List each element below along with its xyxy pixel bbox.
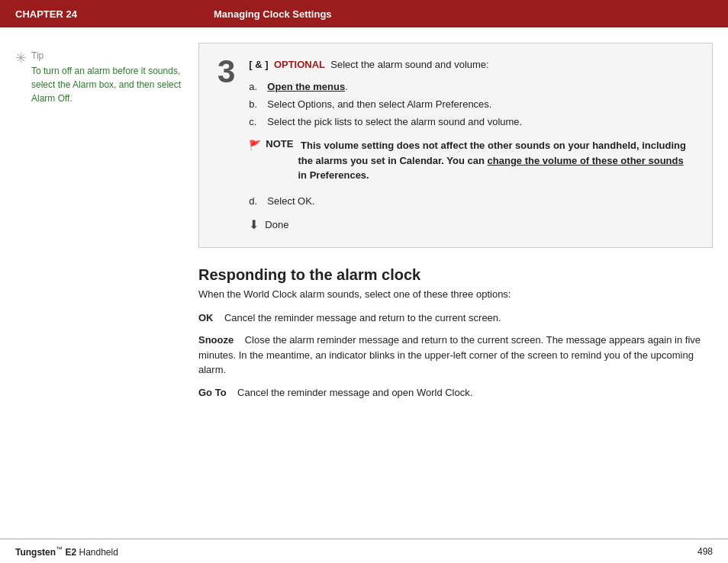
responding-title: Responding to the alarm clock <box>198 266 713 284</box>
step-list-a-c: a. Open the menus. b. Select Options, an… <box>249 81 694 127</box>
done-line: ⬇ Done <box>249 217 694 232</box>
list-text-c: Select the pick lists to select the alar… <box>267 116 522 127</box>
tip-container: ✳ Tip To turn off an alarm before it sou… <box>15 50 183 105</box>
model-name: E2 <box>65 547 76 558</box>
list-item: a. Open the menus. <box>249 81 694 92</box>
optional-word: OPTIONAL <box>274 59 325 70</box>
step-number: 3 <box>217 56 235 88</box>
responding-section: Responding to the alarm clock When the W… <box>198 266 713 423</box>
page-footer: Tungsten™ E2 Handheld 498 <box>0 539 728 563</box>
responding-subtitle: When the World Clock alarm sounds, selec… <box>198 288 713 300</box>
response-item-ok: OK Cancel the reminder message and retur… <box>198 310 713 326</box>
list-text-a: Open the menus. <box>267 81 347 92</box>
response-term-goto: Go To <box>198 387 227 398</box>
list-label-c: c. <box>249 116 261 127</box>
response-term-snooze: Snooze <box>198 334 234 346</box>
done-icon: ⬇ <box>249 217 259 232</box>
page-title: Managing Clock Settings <box>214 8 332 20</box>
tip-text: To turn off an alarm before it sounds, s… <box>31 64 183 105</box>
optional-desc: Select the alarm sound and volume: <box>330 59 488 70</box>
response-item-goto: Go To Cancel the reminder message and op… <box>198 385 713 401</box>
open-menus-link[interactable]: Open the menus <box>267 81 345 92</box>
response-text-ok: Cancel the reminder message and return t… <box>224 312 501 323</box>
tip-asterisk-icon: ✳ <box>15 51 27 65</box>
main-area: 3 [ & ] OPTIONAL Select the alarm sound … <box>198 43 713 423</box>
tip-content: Tip To turn off an alarm before it sound… <box>31 50 183 105</box>
list-item-d: d. Select OK. <box>249 195 694 207</box>
list-text-b: Select Options, and then select Alarm Pr… <box>267 98 491 110</box>
response-text-goto: Cancel the reminder message and open Wor… <box>237 387 472 398</box>
main-content-area: ✳ Tip To turn off an alarm before it sou… <box>0 27 728 423</box>
step-list-d: d. Select OK. <box>249 195 694 207</box>
tip-label: Tip <box>31 50 183 61</box>
response-term-ok: OK <box>198 312 214 323</box>
footer-page-number: 498 <box>697 546 713 557</box>
list-label-b: b. <box>249 98 261 110</box>
list-text-d: Select OK. <box>267 195 314 207</box>
response-item-snooze: Snooze Close the alarm reminder message … <box>198 333 713 378</box>
change-volume-link[interactable]: change the volume of these other sounds <box>488 155 684 166</box>
note-header: 🚩 NOTE This volume setting does not affe… <box>249 138 694 183</box>
note-label: NOTE <box>266 138 293 150</box>
note-box: 🚩 NOTE This volume setting does not affe… <box>249 138 694 183</box>
list-label-a: a. <box>249 81 261 92</box>
optional-bracket: [ & ] <box>249 59 268 70</box>
list-item: b. Select Options, and then select Alarm… <box>249 98 694 110</box>
footer-brand: Tungsten™ E2 Handheld <box>15 545 118 558</box>
page-header: CHAPTER 24 Managing Clock Settings <box>0 0 728 27</box>
step-body: [ & ] OPTIONAL Select the alarm sound an… <box>249 59 694 232</box>
note-bold-text: This volume setting does not affect the … <box>298 138 694 183</box>
list-label-d: d. <box>249 195 261 207</box>
note-icon: 🚩 <box>249 138 261 153</box>
list-item: c. Select the pick lists to select the a… <box>249 116 694 127</box>
response-text-snooze: Close the alarm reminder message and ret… <box>198 334 701 375</box>
trademark-symbol: ™ <box>56 545 63 553</box>
chapter-label: CHAPTER 24 <box>15 8 214 20</box>
step-box: 3 [ & ] OPTIONAL Select the alarm sound … <box>198 43 713 248</box>
brand-name: Tungsten <box>15 547 56 558</box>
done-text: Done <box>265 219 288 230</box>
sidebar: ✳ Tip To turn off an alarm before it sou… <box>15 43 198 423</box>
optional-line: [ & ] OPTIONAL Select the alarm sound an… <box>249 59 694 70</box>
